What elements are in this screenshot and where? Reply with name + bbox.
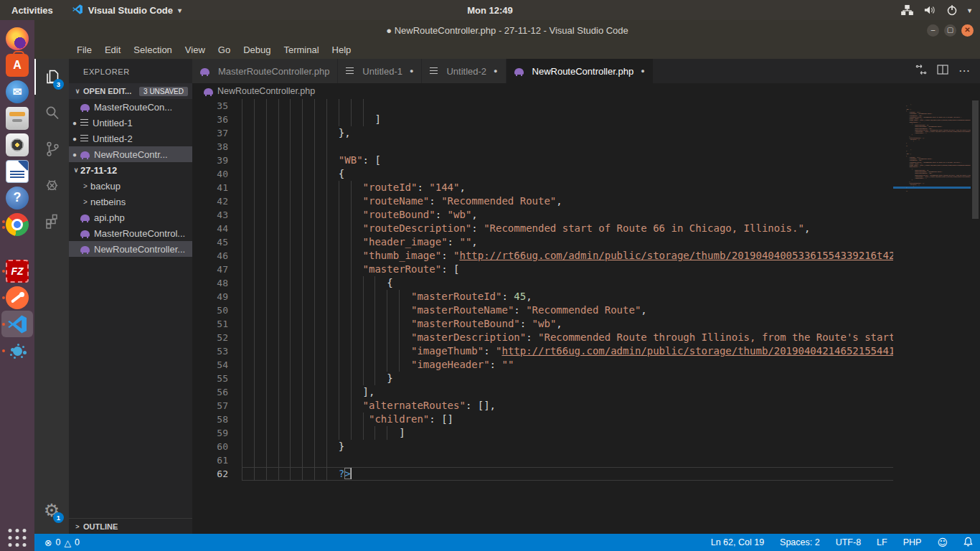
ubuntu-software-dock-item[interactable]: A: [1, 52, 33, 78]
line-number[interactable]: 62: [192, 467, 242, 481]
minimap[interactable]: ] }, "WB": [ { "routeId": "144", "routeN…: [893, 99, 971, 534]
menu-debug[interactable]: Debug: [237, 40, 277, 59]
line-number[interactable]: 53: [192, 344, 242, 358]
code-line-62[interactable]: 62 ?>: [192, 467, 893, 481]
open-editor-item[interactable]: MasterRouteCon...: [69, 99, 192, 115]
tree-item-newroutecontroller[interactable]: NewRouteController...: [69, 241, 192, 257]
line-number[interactable]: 50: [192, 303, 242, 317]
postman-dock-item[interactable]: [1, 284, 33, 311]
line-number[interactable]: 59: [192, 426, 242, 440]
indentation-status[interactable]: Spaces: 2: [780, 537, 820, 547]
line-number[interactable]: 55: [192, 372, 242, 385]
libreoffice-writer-dock-item[interactable]: [1, 158, 33, 184]
code-line-58[interactable]: 58 "children": []: [192, 413, 893, 426]
code-line-54[interactable]: 54 "imageHeader": "": [192, 358, 893, 372]
code-editor[interactable]: 3536 ]37 },3839 "WB": [40 {41 "routeId":…: [192, 99, 980, 534]
line-number[interactable]: 60: [192, 440, 242, 453]
filezilla-dock-item[interactable]: FZ: [1, 258, 33, 284]
menu-go[interactable]: Go: [212, 40, 237, 59]
code-line-39[interactable]: 39 "WB": [: [192, 154, 893, 167]
line-number[interactable]: 42: [192, 194, 242, 208]
line-number[interactable]: 44: [192, 222, 242, 235]
help-dock-item[interactable]: ?: [1, 184, 33, 211]
line-number[interactable]: 39: [192, 154, 242, 167]
breadcrumb[interactable]: NewRouteController.php: [192, 83, 980, 99]
language-mode-status[interactable]: PHP: [903, 537, 922, 547]
code-line-43[interactable]: 43 "routeBound": "wb",: [192, 208, 893, 222]
code-line-47[interactable]: 47 "masterRoute": [: [192, 263, 893, 276]
problems-status[interactable]: ⊗ 0 △ 0: [44, 537, 80, 548]
more-actions-icon[interactable]: ⋯: [958, 67, 970, 75]
code-line-61[interactable]: 61: [192, 453, 893, 467]
tab-untitled1[interactable]: Untitled-1●: [338, 59, 422, 83]
tab-newroutecontrollerphp[interactable]: NewRouteController.php●: [507, 59, 654, 83]
line-number[interactable]: 36: [192, 113, 242, 126]
extensions-activity-icon[interactable]: [34, 202, 69, 238]
code-line-56[interactable]: 56 ],: [192, 385, 893, 399]
thunderbird-dock-item[interactable]: ✉: [1, 78, 33, 105]
line-number[interactable]: 40: [192, 167, 242, 181]
code-line-60[interactable]: 60 }: [192, 440, 893, 453]
menu-file[interactable]: File: [70, 40, 98, 59]
rhythmbox-dock-item[interactable]: [1, 131, 33, 158]
line-number[interactable]: 43: [192, 208, 242, 222]
open-changes-icon[interactable]: [915, 64, 927, 78]
notifications-bell-icon[interactable]: [963, 537, 973, 549]
code-line-48[interactable]: 48 {: [192, 276, 893, 290]
code-line-49[interactable]: 49 "masterRouteId": 45,: [192, 290, 893, 303]
code-line-37[interactable]: 37 },: [192, 126, 893, 140]
code-line-53[interactable]: 53 "imageThumb": "http://rt66ug.com/admi…: [192, 344, 893, 358]
gnome-system-tray[interactable]: ▾: [901, 0, 980, 20]
outline-section-header[interactable]: > OUTLINE: [69, 518, 192, 534]
line-number[interactable]: 61: [192, 453, 242, 467]
menu-view[interactable]: View: [179, 40, 212, 59]
cursor-position-status[interactable]: Ln 62, Col 19: [711, 537, 764, 547]
chrome-dock-item[interactable]: [1, 211, 33, 237]
line-number[interactable]: 52: [192, 331, 242, 344]
code-line-51[interactable]: 51 "masterRouteBound": "wb",: [192, 317, 893, 331]
menu-selection[interactable]: Selection: [127, 40, 178, 59]
close-button[interactable]: ✕: [961, 24, 974, 37]
code-line-35[interactable]: 35: [192, 99, 893, 113]
code-line-38[interactable]: 38: [192, 140, 893, 154]
maximize-button[interactable]: ▢: [944, 24, 956, 37]
line-number[interactable]: 47: [192, 263, 242, 276]
settings-gear-icon[interactable]: ⚙1: [34, 492, 69, 528]
line-number[interactable]: 57: [192, 399, 242, 413]
code-line-44[interactable]: 44 "routeDescription": "Recommended star…: [192, 222, 893, 235]
code-line-59[interactable]: 59 ]: [192, 426, 893, 440]
open-editors-header[interactable]: ∨ OPEN EDIT... 3 UNSAVED: [69, 83, 192, 99]
line-number[interactable]: 41: [192, 181, 242, 194]
tree-item-netbeins[interactable]: >netbeins: [69, 194, 192, 209]
debug-activity-icon[interactable]: [34, 166, 69, 202]
line-number[interactable]: 45: [192, 235, 242, 249]
line-number[interactable]: 46: [192, 249, 242, 263]
open-editor-item[interactable]: ●Untitled-2: [69, 131, 192, 146]
window-titlebar[interactable]: ● NewRouteController.php - 27-11-12 - Vi…: [34, 20, 980, 40]
open-editor-item[interactable]: ●Untitled-1: [69, 115, 192, 131]
tab-masterroutecontrollerphp[interactable]: MasterRouteController.php: [192, 59, 338, 83]
tree-item-apiphp[interactable]: api.php: [69, 209, 192, 225]
menu-help[interactable]: Help: [326, 40, 358, 59]
explorer-activity-icon[interactable]: 3: [34, 59, 69, 95]
search-activity-icon[interactable]: [34, 95, 69, 131]
line-number[interactable]: 56: [192, 385, 242, 399]
line-number[interactable]: 51: [192, 317, 242, 331]
code-line-36[interactable]: 36 ]: [192, 113, 893, 126]
show-applications-button[interactable]: [9, 529, 27, 547]
eol-status[interactable]: LF: [877, 537, 887, 547]
code-line-50[interactable]: 50 "masterRouteName": "Recommended Route…: [192, 303, 893, 317]
vscode-dock-item[interactable]: [1, 311, 33, 337]
line-number[interactable]: 35: [192, 99, 242, 113]
activities-button[interactable]: Activities: [0, 0, 65, 20]
feedback-smiley-icon[interactable]: ☺: [937, 537, 948, 548]
tab-untitled2[interactable]: Untitled-2●: [422, 59, 506, 83]
firefox-dock-item[interactable]: [1, 25, 33, 52]
ink-splash-app-dock-item[interactable]: [1, 337, 33, 364]
line-number[interactable]: 48: [192, 276, 242, 290]
code-line-55[interactable]: 55 }: [192, 372, 893, 385]
line-number[interactable]: 37: [192, 126, 242, 140]
files-dock-item[interactable]: [1, 105, 33, 131]
line-number[interactable]: 38: [192, 140, 242, 154]
split-editor-icon[interactable]: [937, 65, 948, 77]
